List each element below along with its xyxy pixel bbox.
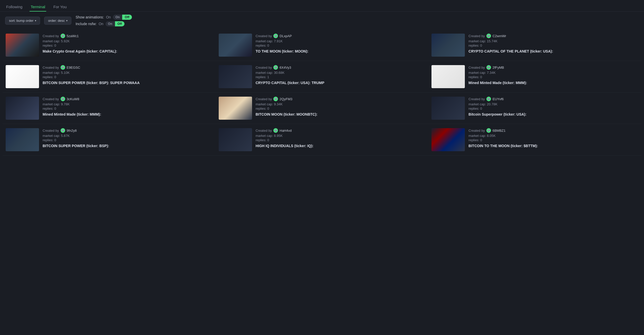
animations-label: Show animations: [75,15,104,19]
card-title[interactable]: CRYPTO CAPITAL OF THE PLANET (ticker: US… [468,49,638,54]
card-item[interactable]: Created by 👾 2fFyMB market cap: 7.34K re… [428,61,641,93]
card-thumbnail [6,97,39,120]
card-creator-row: Created by 👾 6BMBZ1 [468,128,638,133]
creator-name[interactable]: 6X4Vy3 [280,66,291,69]
card-item[interactable]: Created by 👾 3cKuW8 market cap: 9.78K re… [3,93,216,124]
card-title[interactable]: HIGH IQ INDIVIDUALS (ticker: IQ): [256,144,426,149]
card-creator-row: Created by 👾 E9EGSC [43,65,213,70]
animations-on-option[interactable]: On [106,15,111,19]
creator-label: Created by [468,97,485,101]
card-item[interactable]: Created by 👾 DLxpAP market cap: 7.91K re… [216,29,429,61]
card-info: Created by 👾 5zaWc1 market cap: 5.92K re… [43,34,213,54]
nsfw-pill[interactable]: On Off [105,21,124,26]
creator-name[interactable]: 5zaWc1 [67,34,79,38]
creator-name[interactable]: 2QyFM3 [280,97,292,101]
card-creator-row: Created by 👾 5zaWc1 [43,34,213,38]
card-creator-row: Created by 👾 C2wmWr [468,34,638,38]
card-item[interactable]: Created by 👾 9fn2y8 market cap: 5.87K re… [3,124,216,156]
card-info: Created by 👾 HaH4vd market cap: 8.95K re… [256,128,426,149]
creator-label: Created by [468,34,485,38]
creator-label: Created by [256,34,272,38]
creator-name[interactable]: 9fn2y8 [67,129,77,133]
creator-name[interactable]: HaH4vd [280,129,292,133]
card-creator-row: Created by 👾 DLxpAP [256,34,426,38]
card-title[interactable]: BITCOIN SUPER POWER (ticker: BSP): [43,144,213,149]
card-info: Created by 👾 E9EGSC market cap: 5.10K re… [43,65,213,86]
creator-label: Created by [468,129,485,133]
nav-following[interactable]: Following [5,3,23,12]
card-title[interactable]: BITCOIN SUPER POWER (ticker: BSP): SUPER… [43,80,213,86]
creator-label: Created by [256,97,272,101]
card-creator-row: Created by 👾 2QyFM3 [256,97,426,101]
card-thumbnail [219,34,252,57]
creator-avatar: 👾 [486,65,491,70]
card-title[interactable]: BITCOIN TO THE MOON (ticker: $BTTM): [468,144,638,149]
card-info: Created by 👾 3cKuW8 market cap: 9.78K re… [43,97,213,117]
card-market-cap: market cap: 7.34K [468,71,638,75]
nav-terminal[interactable]: Terminal [30,3,46,12]
creator-avatar: 👾 [61,65,65,70]
card-market-cap: market cap: 5.87K [43,134,213,138]
card-item[interactable]: Created by 👾 HaH4vd market cap: 8.95K re… [216,124,429,156]
card-replies: replies: 0 [256,44,426,47]
card-title[interactable]: CRYPTO CAPITAL (ticker: USA): TRUMP [256,80,426,86]
card-item[interactable]: Created by 👾 2QyFM3 market cap: 9.34K re… [216,93,429,124]
card-market-cap: market cap: 8.95K [256,134,426,138]
animations-pill[interactable]: On Off [113,15,132,20]
creator-label: Created by [43,129,59,133]
sort-label: sort: bump order [9,19,33,23]
card-replies: replies: 0 [43,44,213,47]
sort-dropdown[interactable]: sort: bump order ▾ [5,17,40,25]
card-replies: replies: 0 [468,107,638,110]
card-info: Created by 👾 EUYvf6 market cap: 20.78K r… [468,97,638,117]
creator-avatar: 👾 [273,34,278,38]
card-thumbnail [219,97,252,120]
creator-name[interactable]: C2wmWr [493,34,506,38]
card-replies: replies: 0 [468,44,638,47]
creator-avatar: 👾 [61,128,65,133]
card-replies: replies: 0 [43,107,213,110]
card-info: Created by 👾 2fFyMB market cap: 7.34K re… [468,65,638,86]
card-replies: replies: 0 [43,138,213,142]
creator-name[interactable]: E9EGSC [67,66,80,69]
card-item[interactable]: Created by 👾 5zaWc1 market cap: 5.92K re… [3,29,216,61]
creator-name[interactable]: 2fFyMB [493,66,504,69]
card-item[interactable]: Created by 👾 E9EGSC market cap: 5.10K re… [3,61,216,93]
card-title[interactable]: TO THE MOON (ticker: MOON): [256,49,426,54]
card-title[interactable]: Mined Minted Made (ticker: MMM): [468,80,638,86]
card-item[interactable]: Created by 👾 6X4Vy3 market cap: 30.68K r… [216,61,429,93]
nsfw-pill-off: Off [115,21,124,26]
card-thumbnail [219,128,252,151]
card-replies: replies: 0 [468,138,638,142]
nav-for-you[interactable]: For You [52,3,68,12]
animations-pill-off: Off [122,15,132,20]
card-title[interactable]: Mined Minted Made (ticker: MMM): [43,112,213,117]
card-item[interactable]: Created by 👾 C2wmWr market cap: 15.74K r… [428,29,641,61]
card-title[interactable]: BITCOIN MOON (ticker: MOONBTC): [256,112,426,117]
card-market-cap: market cap: 15.74K [468,39,638,43]
card-title[interactable]: Bitcoin Superpower (ticker: USA): [468,112,638,117]
nsfw-on-option[interactable]: On [99,22,103,26]
creator-label: Created by [43,66,59,69]
creator-name[interactable]: DLxpAP [280,34,292,38]
card-market-cap: market cap: 30.68K [256,71,426,75]
card-replies: replies: 0 [468,75,638,79]
card-item[interactable]: Created by 👾 EUYvf6 market cap: 20.78K r… [428,93,641,124]
card-item[interactable]: Created by 👾 6BMBZ1 market cap: 8.05K re… [428,124,641,156]
animations-toggle-row: Show animations: On On Off [75,15,132,20]
creator-avatar: 👾 [273,128,278,133]
card-creator-row: Created by 👾 6X4Vy3 [256,65,426,70]
creator-name[interactable]: 6BMBZ1 [493,129,506,133]
card-info: Created by 👾 6X4Vy3 market cap: 30.68K r… [256,65,426,86]
controls-bar: sort: bump order ▾ order: desc ▾ Show an… [0,12,644,29]
card-creator-row: Created by 👾 9fn2y8 [43,128,213,133]
creator-avatar: 👾 [273,97,278,101]
animations-pill-on: On [113,15,122,20]
card-creator-row: Created by 👾 3cKuW8 [43,97,213,101]
card-title[interactable]: Make Crypto Great Again (ticker: CAPITAL… [43,49,213,54]
creator-name[interactable]: 3cKuW8 [67,97,79,101]
card-thumbnail [219,65,252,88]
card-market-cap: market cap: 9.78K [43,102,213,106]
order-dropdown[interactable]: order: desc ▾ [44,17,71,25]
creator-name[interactable]: EUYvf6 [493,97,504,101]
